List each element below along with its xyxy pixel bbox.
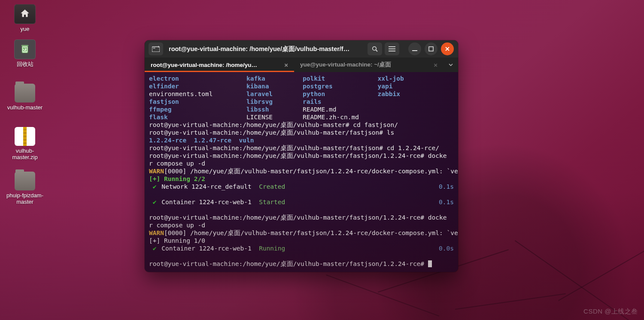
window-title: root@yue-virtual-machine: /home/yue/桌面/v… <box>164 45 366 53</box>
svg-rect-4 <box>153 48 155 48</box>
folder-icon <box>15 84 35 103</box>
search-button[interactable] <box>368 42 382 55</box>
zip-icon <box>15 127 35 146</box>
desktop-icon-home[interactable]: yue <box>3 4 46 32</box>
desktop-icon-label: vulhub-master <box>3 104 46 111</box>
desktop-icon-folder1[interactable]: vulhub-master <box>3 84 46 111</box>
desktop: yue回收站vulhub-mastervulhub-master.zipphui… <box>0 0 644 320</box>
svg-point-6 <box>373 47 377 51</box>
svg-rect-11 <box>412 50 417 51</box>
desktop-icon-zip[interactable]: vulhub-master.zip <box>3 127 46 160</box>
desktop-icon-label: 回收站 <box>3 61 46 67</box>
close-button[interactable] <box>441 42 454 55</box>
desktop-icon-label: phuip-fpizdam-master <box>3 192 46 205</box>
svg-rect-9 <box>389 48 395 49</box>
tab-label: yue@yue-virtual-machine: ~/桌面 <box>300 61 430 69</box>
tab-label: root@yue-virtual-machine: /home/yu… <box>151 62 281 68</box>
svg-rect-12 <box>429 47 433 51</box>
close-icon[interactable]: × <box>434 61 437 69</box>
terminal-window: root@yue-virtual-machine: /home/yue/桌面/v… <box>145 40 458 272</box>
maximize-button[interactable] <box>425 42 437 55</box>
desktop-icon-trash[interactable]: 回收站 <box>3 39 46 67</box>
svg-rect-1 <box>21 45 28 46</box>
folder-icon <box>15 172 35 190</box>
home-icon <box>14 4 36 24</box>
new-tab-button[interactable] <box>149 42 163 55</box>
svg-rect-8 <box>389 46 395 47</box>
terminal-tab-active[interactable]: root@yue-virtual-machine: /home/yu… × <box>145 57 294 72</box>
minimize-button[interactable] <box>408 42 421 55</box>
trash-icon <box>14 39 36 59</box>
terminal-body[interactable]: electron kafka polkit xxl-job elfinder k… <box>145 72 458 272</box>
desktop-icon-folder2[interactable]: phuip-fpizdam-master <box>3 172 46 205</box>
menu-button[interactable] <box>385 42 399 55</box>
watermark: CSDN @上线之叁 <box>583 308 638 316</box>
close-icon[interactable]: × <box>284 61 288 69</box>
desktop-icon-label: vulhub-master.zip <box>3 148 46 160</box>
window-titlebar[interactable]: root@yue-virtual-machine: /home/yue/桌面/v… <box>145 40 458 57</box>
tab-bar: root@yue-virtual-machine: /home/yu… × yu… <box>145 57 458 72</box>
terminal-tab-inactive[interactable]: yue@yue-virtual-machine: ~/桌面 × <box>294 57 444 72</box>
tab-dropdown-button[interactable] <box>444 57 458 72</box>
desktop-icon-label: yue <box>3 26 46 32</box>
svg-rect-10 <box>389 51 395 51</box>
terminal-output: electron kafka polkit xxl-job elfinder k… <box>149 75 454 268</box>
svg-line-7 <box>376 50 378 52</box>
